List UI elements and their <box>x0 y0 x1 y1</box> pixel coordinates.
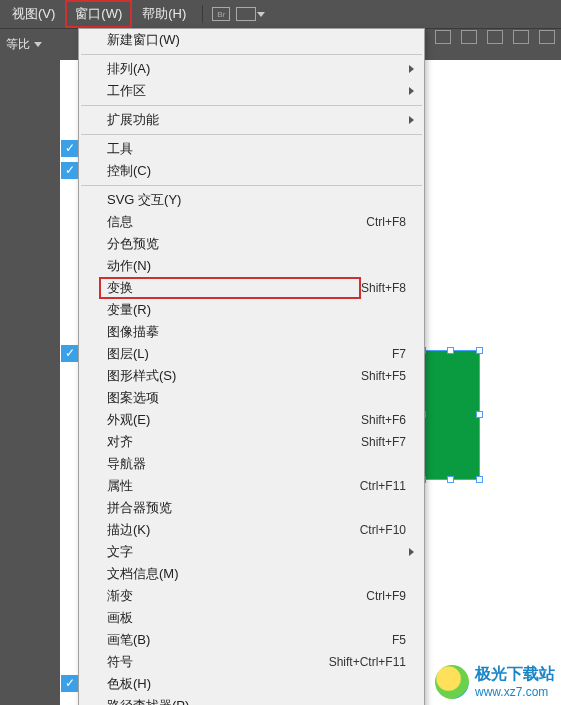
watermark-title: 极光下载站 <box>475 664 555 685</box>
menu-label: 画板 <box>107 609 406 627</box>
menu-item-align[interactable]: 对齐 Shift+F7 <box>79 431 424 453</box>
chevron-down-icon[interactable] <box>34 42 42 47</box>
resize-handle[interactable] <box>447 347 454 354</box>
menu-label: 扩展功能 <box>107 111 406 129</box>
menu-item-variables[interactable]: 变量(R) <box>79 299 424 321</box>
menu-label: 信息 <box>107 213 366 231</box>
menu-label: 排列(A) <box>107 60 406 78</box>
menu-label: 渐变 <box>107 587 366 605</box>
menubar-separator <box>202 5 203 23</box>
menu-item-graphic-styles[interactable]: 图形样式(S) Shift+F5 <box>79 365 424 387</box>
menu-label: 导航器 <box>107 455 406 473</box>
menu-shortcut: Shift+F7 <box>361 435 406 449</box>
menu-window[interactable]: 窗口(W) <box>65 0 132 28</box>
menu-item-appearance[interactable]: 外观(E) Shift+F6 <box>79 409 424 431</box>
watermark-logo-icon <box>435 665 469 699</box>
layout-icon[interactable] <box>236 7 256 21</box>
selected-rectangle[interactable] <box>422 350 480 480</box>
menu-label: 图层(L) <box>107 345 392 363</box>
bridge-icon[interactable]: Br <box>212 7 230 21</box>
menu-shortcut: Shift+Ctrl+F11 <box>329 655 406 669</box>
menu-item-separations[interactable]: 分色预览 <box>79 233 424 255</box>
menu-label: 色板(H) <box>107 675 406 693</box>
menu-item-new-window[interactable]: 新建窗口(W) <box>79 29 424 51</box>
menu-separator <box>81 185 422 186</box>
menu-shortcut: Ctrl+F8 <box>366 215 406 229</box>
menu-label: SVG 交互(Y) <box>107 191 406 209</box>
watermark: 极光下载站 www.xz7.com <box>435 664 555 699</box>
menu-item-arrange[interactable]: 排列(A) <box>79 58 424 80</box>
menu-item-pattern-options[interactable]: 图案选项 <box>79 387 424 409</box>
menu-item-doc-info[interactable]: 文档信息(M) <box>79 563 424 585</box>
menu-item-attributes[interactable]: 属性 Ctrl+F11 <box>79 475 424 497</box>
menu-label: 控制(C) <box>107 162 406 180</box>
menu-label: 动作(N) <box>107 257 406 275</box>
menu-label: 拼合器预览 <box>107 499 406 517</box>
menu-item-control[interactable]: ✓ 控制(C) <box>79 160 424 182</box>
menu-label: 图案选项 <box>107 389 406 407</box>
align-icon-2[interactable] <box>435 30 451 44</box>
menu-item-artboards[interactable]: 画板 <box>79 607 424 629</box>
menu-item-info[interactable]: 信息 Ctrl+F8 <box>79 211 424 233</box>
check-icon: ✓ <box>61 162 78 179</box>
menu-item-stroke[interactable]: 描边(K) Ctrl+F10 <box>79 519 424 541</box>
menu-item-extensions[interactable]: 扩展功能 <box>79 109 424 131</box>
menu-item-workspace[interactable]: 工作区 <box>79 80 424 102</box>
chevron-right-icon <box>409 65 414 73</box>
menu-label: 描边(K) <box>107 521 360 539</box>
align-icon-6[interactable] <box>539 30 555 44</box>
align-icon-3[interactable] <box>461 30 477 44</box>
menu-shortcut: Ctrl+F10 <box>360 523 406 537</box>
menu-label: 文档信息(M) <box>107 565 406 583</box>
resize-handle[interactable] <box>476 347 483 354</box>
align-icon-4[interactable] <box>487 30 503 44</box>
menu-item-navigator[interactable]: 导航器 <box>79 453 424 475</box>
resize-handle[interactable] <box>476 411 483 418</box>
menu-shortcut: Shift+F5 <box>361 369 406 383</box>
menu-shortcut: F7 <box>392 347 406 361</box>
menu-item-symbols[interactable]: 符号 Shift+Ctrl+F11 <box>79 651 424 673</box>
menu-separator <box>81 134 422 135</box>
menu-shortcut: F5 <box>392 633 406 647</box>
window-menu-dropdown: 新建窗口(W) 排列(A) 工作区 扩展功能 ✓ 工具 ✓ 控制(C) SVG … <box>78 28 425 705</box>
menu-item-image-trace[interactable]: 图像描摹 <box>79 321 424 343</box>
menu-item-layers[interactable]: ✓ 图层(L) F7 <box>79 343 424 365</box>
check-icon: ✓ <box>61 345 78 362</box>
menu-view[interactable]: 视图(V) <box>2 0 65 28</box>
menu-item-gradient[interactable]: 渐变 Ctrl+F9 <box>79 585 424 607</box>
menu-shortcut: Ctrl+F9 <box>366 589 406 603</box>
menu-item-svg[interactable]: SVG 交互(Y) <box>79 189 424 211</box>
menu-label: 新建窗口(W) <box>107 31 406 49</box>
menu-label: 变换 <box>99 277 361 299</box>
chevron-right-icon <box>409 87 414 95</box>
align-icon-5[interactable] <box>513 30 529 44</box>
menu-label: 图像描摹 <box>107 323 406 341</box>
menu-label: 画笔(B) <box>107 631 392 649</box>
menu-separator <box>81 105 422 106</box>
menu-label: 外观(E) <box>107 411 361 429</box>
menu-item-swatches[interactable]: ✓ 色板(H) <box>79 673 424 695</box>
resize-handle[interactable] <box>476 476 483 483</box>
menu-item-text[interactable]: 文字 <box>79 541 424 563</box>
menu-item-actions[interactable]: 动作(N) <box>79 255 424 277</box>
menu-help[interactable]: 帮助(H) <box>132 0 196 28</box>
menu-shortcut: Ctrl+F11 <box>360 479 406 493</box>
resize-handle[interactable] <box>447 476 454 483</box>
menu-item-tools[interactable]: ✓ 工具 <box>79 138 424 160</box>
menu-label: 文字 <box>107 543 406 561</box>
left-panel-strip <box>0 60 60 705</box>
menu-shortcut: Shift+F6 <box>361 413 406 427</box>
menu-label: 对齐 <box>107 433 361 451</box>
check-icon: ✓ <box>61 675 78 692</box>
menu-label: 路径查找器(P) <box>107 697 406 705</box>
menu-item-pathfinder[interactable]: 路径查找器(P) <box>79 695 424 705</box>
menu-label: 符号 <box>107 653 329 671</box>
menu-item-transform[interactable]: 变换 Shift+F8 <box>79 277 424 299</box>
menu-item-brushes[interactable]: 画笔(B) F5 <box>79 629 424 651</box>
menu-shortcut: Shift+F8 <box>361 281 406 295</box>
menu-label: 工具 <box>107 140 406 158</box>
menu-item-flattener[interactable]: 拼合器预览 <box>79 497 424 519</box>
menu-label: 工作区 <box>107 82 406 100</box>
check-icon: ✓ <box>61 140 78 157</box>
menu-label: 属性 <box>107 477 360 495</box>
